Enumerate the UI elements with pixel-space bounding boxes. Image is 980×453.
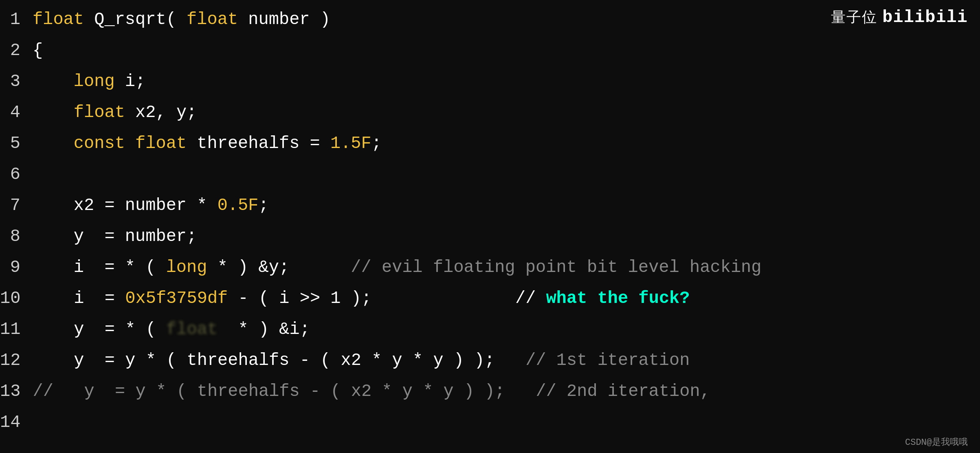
code-segment: ( — [166, 10, 187, 29]
code-segment: float — [135, 134, 197, 153]
code-line: 14 — [0, 407, 980, 438]
line-number: 2 — [0, 36, 33, 65]
code-segment: x2 = number * — [33, 196, 218, 215]
code-line: 11 y = * ( float * ) &i; — [0, 314, 980, 345]
code-segment: what the fuck? — [546, 289, 690, 308]
code-segment: float — [166, 320, 218, 339]
line-content: float x2, y; — [33, 98, 197, 127]
line-number: 1 — [0, 5, 33, 34]
code-segment: 0.5F — [218, 196, 259, 215]
code-segment: Q_rsqrt — [94, 10, 166, 29]
code-segment: float — [74, 103, 135, 122]
code-line: 5 const float threehalfs = 1.5F; — [0, 128, 980, 159]
line-number: 13 — [0, 377, 33, 406]
code-segment: float — [187, 10, 248, 29]
code-segment: * ) &i; — [218, 320, 310, 339]
line-content: i = * ( long * ) &y; // evil floating po… — [33, 253, 762, 282]
line-number: 12 — [0, 346, 33, 375]
line-content: // y = y * ( threehalfs - ( x2 * y * y )… — [33, 377, 710, 406]
code-segment: y = number; — [33, 227, 197, 246]
code-segment: long — [166, 258, 218, 277]
code-segment: - ( i >> 1 ); // — [228, 289, 546, 308]
code-segment: i = — [33, 289, 125, 308]
code-segment: const — [74, 134, 135, 153]
line-content: y = * ( float * ) &i; — [33, 315, 310, 344]
line-number: 10 — [0, 284, 33, 313]
line-number: 11 — [0, 315, 33, 344]
line-number: 5 — [0, 129, 33, 158]
line-content: float Q_rsqrt( float number ) — [33, 5, 330, 34]
code-container: 量子位 bilibili 1float Q_rsqrt( float numbe… — [0, 0, 980, 453]
code-segment: threehalfs = — [197, 134, 330, 153]
code-segment: ; — [371, 134, 382, 153]
code-segment — [33, 72, 74, 91]
code-segment: float — [33, 10, 94, 29]
code-segment: // 2nd iteration, — [536, 382, 710, 401]
line-number: 9 — [0, 253, 33, 282]
line-content: const float threehalfs = 1.5F; — [33, 129, 382, 158]
code-segment: // evil floating point bit level hacking — [351, 258, 761, 277]
code-line: 10 i = 0x5f3759df - ( i >> 1 ); // what … — [0, 283, 980, 314]
code-segment: y = y * ( threehalfs - ( x2 * y * y ) ); — [64, 382, 536, 401]
code-line: 4 float x2, y; — [0, 97, 980, 128]
watermark-bilibili: bilibili — [882, 8, 968, 27]
code-segment: * ) &y; — [218, 258, 351, 277]
code-segment: x2, y; — [135, 103, 197, 122]
code-segment: 1.5F — [330, 134, 371, 153]
code-line: 7 x2 = number * 0.5F; — [0, 190, 980, 221]
line-content: i = 0x5f3759df - ( i >> 1 ); // what the… — [33, 284, 690, 313]
code-segment: ; — [259, 196, 269, 215]
code-line: 8 y = number; — [0, 221, 980, 252]
code-segment: y = * ( — [33, 320, 166, 339]
line-number: 3 — [0, 67, 33, 96]
code-segment: number ) — [248, 10, 330, 29]
code-line: 3 long i; — [0, 66, 980, 97]
code-segment: { — [33, 41, 43, 60]
code-lines: 1float Q_rsqrt( float number )2{3 long i… — [0, 4, 980, 438]
code-segment: i; — [125, 72, 145, 91]
line-content: y = number; — [33, 222, 197, 251]
line-number: 8 — [0, 222, 33, 251]
code-line: 12 y = y * ( threehalfs - ( x2 * y * y )… — [0, 345, 980, 376]
line-number: 6 — [0, 160, 33, 189]
code-line: 13// y = y * ( threehalfs - ( x2 * y * y… — [0, 376, 980, 407]
code-segment — [33, 103, 74, 122]
line-number: 7 — [0, 191, 33, 220]
code-segment: y = y * ( threehalfs - ( x2 * y * y ) ); — [33, 351, 525, 370]
watermark-chinese: 量子位 — [831, 7, 877, 27]
code-segment: // — [33, 382, 64, 401]
line-number: 14 — [0, 408, 33, 437]
line-content: y = y * ( threehalfs - ( x2 * y * y ) );… — [33, 346, 690, 375]
line-number: 4 — [0, 98, 33, 127]
code-segment — [33, 134, 74, 153]
code-line: 9 i = * ( long * ) &y; // evil floating … — [0, 252, 980, 283]
code-segment: i = * ( — [33, 258, 166, 277]
line-content: x2 = number * 0.5F; — [33, 191, 269, 220]
code-segment: 0x5f3759df — [125, 289, 228, 308]
line-content: { — [33, 36, 43, 65]
line-content: long i; — [33, 67, 145, 96]
code-segment: long — [74, 72, 125, 91]
csdn-credit: CSDN@是我哦哦 — [905, 436, 968, 448]
code-segment: // 1st iteration — [525, 351, 690, 370]
code-line: 6 — [0, 159, 980, 190]
watermark: 量子位 bilibili — [831, 7, 968, 27]
code-line: 2{ — [0, 35, 980, 66]
